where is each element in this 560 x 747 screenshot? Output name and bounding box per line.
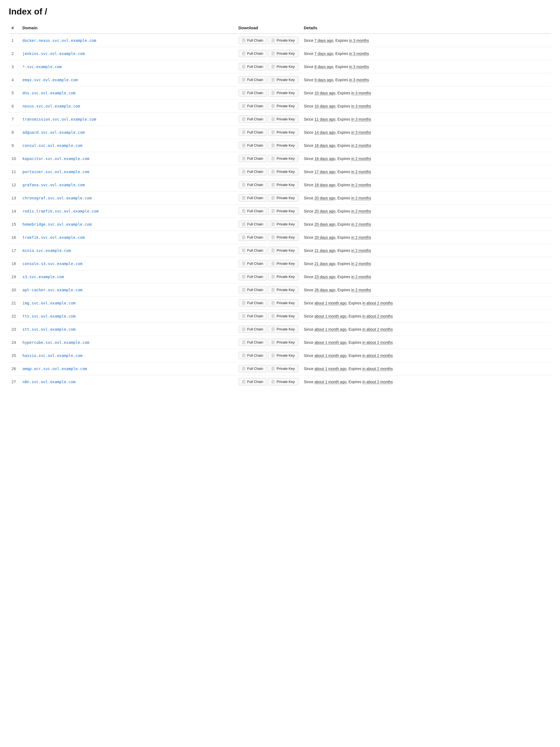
full-chain-button[interactable]: Full Chain: [238, 168, 267, 175]
domain-link[interactable]: homebridge.svc.ovl.example.com: [22, 222, 92, 227]
full-chain-button[interactable]: Full Chain: [238, 273, 267, 280]
row-details: Since 20 days ago, Expires in 2 months: [301, 191, 551, 205]
key-file-icon: [271, 38, 275, 43]
domain-link[interactable]: hypercube.svc.ovl.example.com: [22, 340, 89, 345]
full-chain-button[interactable]: Full Chain: [238, 221, 267, 228]
full-chain-button[interactable]: Full Chain: [238, 142, 267, 149]
full-chain-button[interactable]: Full Chain: [238, 129, 267, 136]
row-domain: *.svc.example.com: [20, 60, 236, 73]
private-key-button[interactable]: Private Key: [268, 286, 298, 293]
private-key-button[interactable]: Private Key: [268, 260, 298, 267]
domain-link[interactable]: *.svc.example.com: [22, 65, 61, 69]
full-chain-button[interactable]: Full Chain: [238, 89, 267, 97]
private-key-button[interactable]: Private Key: [268, 234, 298, 241]
row-number: 2: [9, 47, 20, 60]
key-file-icon: [271, 314, 275, 318]
private-key-button[interactable]: Private Key: [268, 299, 298, 307]
private-key-button[interactable]: Private Key: [268, 76, 298, 83]
private-key-button[interactable]: Private Key: [268, 221, 298, 228]
domain-link[interactable]: grafana.svc.ovl.example.com: [22, 183, 85, 187]
private-key-button[interactable]: Private Key: [268, 273, 298, 280]
private-key-button[interactable]: Private Key: [268, 63, 298, 70]
file-icon: [242, 354, 246, 358]
domain-link[interactable]: kapacitor.svc.ovl.example.com: [22, 156, 89, 161]
domain-link[interactable]: emqx.svc.ovl.example.com: [22, 78, 78, 82]
full-chain-button[interactable]: Full Chain: [238, 50, 267, 57]
full-chain-button[interactable]: Full Chain: [238, 286, 267, 293]
domain-link[interactable]: docker.nexus.svc.ovl.example.com: [22, 38, 96, 43]
private-key-button[interactable]: Private Key: [268, 89, 298, 97]
private-key-button[interactable]: Private Key: [268, 37, 298, 44]
domain-link[interactable]: tts.svc.ovl.example.com: [22, 314, 76, 318]
row-download: Full ChainPrivate Key: [236, 60, 301, 73]
row-domain: portainer.svc.ovl.example.com: [20, 165, 236, 178]
domain-link[interactable]: transmission.svc.ovl.example.com: [22, 117, 96, 122]
private-key-button[interactable]: Private Key: [268, 50, 298, 57]
full-chain-button[interactable]: Full Chain: [238, 247, 267, 254]
row-details: Since about 1 month ago, Expires in abou…: [301, 375, 551, 388]
domain-link[interactable]: n8n.svc.ovl.example.com: [22, 380, 76, 384]
full-chain-button[interactable]: Full Chain: [238, 63, 267, 70]
domain-link[interactable]: console.s3.svc.example.com: [22, 261, 82, 266]
private-key-button[interactable]: Private Key: [268, 181, 298, 188]
full-chain-button[interactable]: Full Chain: [238, 37, 267, 44]
private-key-button[interactable]: Private Key: [268, 365, 298, 372]
private-key-button[interactable]: Private Key: [268, 207, 298, 215]
private-key-button[interactable]: Private Key: [268, 102, 298, 110]
domain-link[interactable]: apt-cacher.svc.example.com: [22, 288, 82, 292]
full-chain-button[interactable]: Full Chain: [238, 312, 267, 320]
private-key-button[interactable]: Private Key: [268, 339, 298, 346]
domain-link[interactable]: dns.svc.ovl.example.com: [22, 91, 76, 95]
full-chain-button[interactable]: Full Chain: [238, 194, 267, 202]
private-key-button[interactable]: Private Key: [268, 326, 298, 333]
domain-link[interactable]: s3.svc.example.com: [22, 275, 64, 279]
domain-link[interactable]: img.svc.ovl.example.com: [22, 301, 76, 305]
table-row: 11portainer.svc.ovl.example.comFull Chai…: [9, 165, 551, 178]
domain-link[interactable]: traefik.svc.ovl.example.com: [22, 235, 85, 240]
full-chain-button[interactable]: Full Chain: [238, 155, 267, 162]
full-chain-button[interactable]: Full Chain: [238, 260, 267, 267]
private-key-button[interactable]: Private Key: [268, 194, 298, 202]
full-chain-button[interactable]: Full Chain: [238, 339, 267, 346]
private-key-button[interactable]: Private Key: [268, 378, 298, 385]
full-chain-label: Full Chain: [247, 196, 263, 200]
full-chain-button[interactable]: Full Chain: [238, 365, 267, 372]
private-key-button[interactable]: Private Key: [268, 247, 298, 254]
full-chain-button[interactable]: Full Chain: [238, 76, 267, 83]
private-key-button[interactable]: Private Key: [268, 129, 298, 136]
file-icon: [242, 65, 246, 69]
domain-link[interactable]: adguard.svc.ovl.example.com: [22, 130, 85, 135]
domain-link[interactable]: redis.traefik.svc.ovl.example.com: [22, 209, 99, 213]
domain-link[interactable]: chronograf.svc.ovl.example.com: [22, 196, 92, 200]
domain-link[interactable]: stt.svc.ovl.example.com: [22, 327, 76, 332]
table-row: 17minio.svc.example.comFull ChainPrivate…: [9, 244, 551, 257]
private-key-button[interactable]: Private Key: [268, 352, 298, 359]
private-key-button[interactable]: Private Key: [268, 142, 298, 149]
full-chain-button[interactable]: Full Chain: [238, 352, 267, 359]
details-text: Since about 1 month ago, Expires in abou…: [304, 301, 393, 305]
certificates-table: # Domain Download Details 1docker.nexus.…: [9, 23, 551, 388]
domain-link[interactable]: consul.svc.ovl.example.com: [22, 143, 82, 148]
full-chain-button[interactable]: Full Chain: [238, 326, 267, 333]
full-chain-button[interactable]: Full Chain: [238, 115, 267, 123]
domain-link[interactable]: nexus.svc.ovl.example.com: [22, 104, 80, 108]
domain-link[interactable]: minio.svc.example.com: [22, 248, 71, 253]
domain-link[interactable]: portainer.svc.ovl.example.com: [22, 170, 89, 174]
private-key-button[interactable]: Private Key: [268, 168, 298, 175]
key-file-icon: [271, 104, 275, 108]
key-file-icon: [271, 288, 275, 292]
domain-link[interactable]: hassio.svc.ovl.example.com: [22, 353, 82, 358]
domain-link[interactable]: amqp.ocr.svc.ovl.example.com: [22, 366, 87, 371]
full-chain-button[interactable]: Full Chain: [238, 207, 267, 215]
full-chain-button[interactable]: Full Chain: [238, 299, 267, 307]
private-key-button[interactable]: Private Key: [268, 312, 298, 320]
private-key-button[interactable]: Private Key: [268, 155, 298, 162]
domain-link[interactable]: jenkins.svc.ovl.example.com: [22, 51, 85, 56]
full-chain-button[interactable]: Full Chain: [238, 181, 267, 188]
full-chain-button[interactable]: Full Chain: [238, 234, 267, 241]
key-file-icon: [271, 249, 275, 253]
full-chain-button[interactable]: Full Chain: [238, 102, 267, 110]
private-key-button[interactable]: Private Key: [268, 115, 298, 123]
full-chain-label: Full Chain: [247, 91, 263, 95]
full-chain-button[interactable]: Full Chain: [238, 378, 267, 385]
